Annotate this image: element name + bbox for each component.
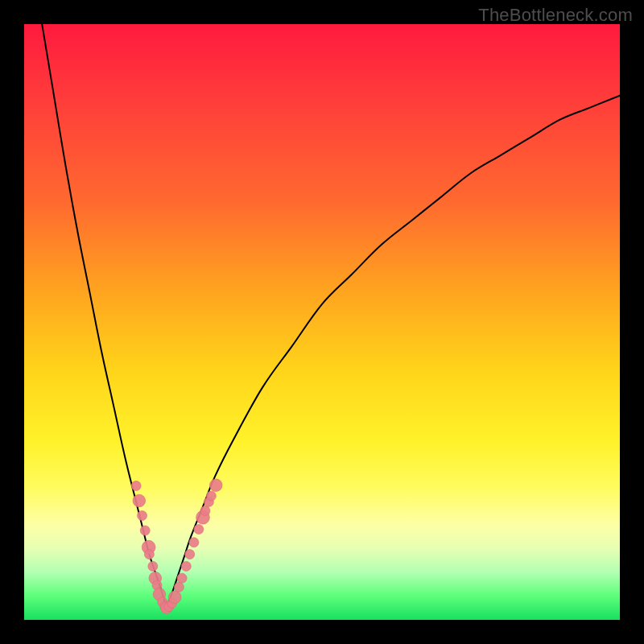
watermark-text: TheBottleneck.com [478, 5, 633, 26]
data-point [206, 491, 216, 501]
data-point [144, 550, 154, 559]
data-point [148, 561, 158, 571]
curve-layer [42, 24, 620, 608]
data-point [133, 494, 146, 507]
data-point [194, 525, 204, 535]
data-point [131, 481, 141, 491]
data-point [168, 591, 181, 604]
data-point [177, 573, 187, 583]
data-point [189, 538, 199, 547]
curve-right-branch [167, 96, 620, 608]
data-point [200, 506, 210, 516]
chart-svg [24, 24, 620, 620]
chart-frame: TheBottleneck.com [0, 0, 644, 644]
data-point [140, 526, 150, 535]
data-point [185, 550, 195, 559]
data-point [209, 479, 222, 492]
plot-area [24, 24, 620, 620]
marker-layer [131, 479, 222, 613]
data-point [138, 511, 147, 521]
data-point [181, 561, 191, 571]
data-point [174, 582, 184, 592]
curve-left-branch [42, 24, 167, 608]
